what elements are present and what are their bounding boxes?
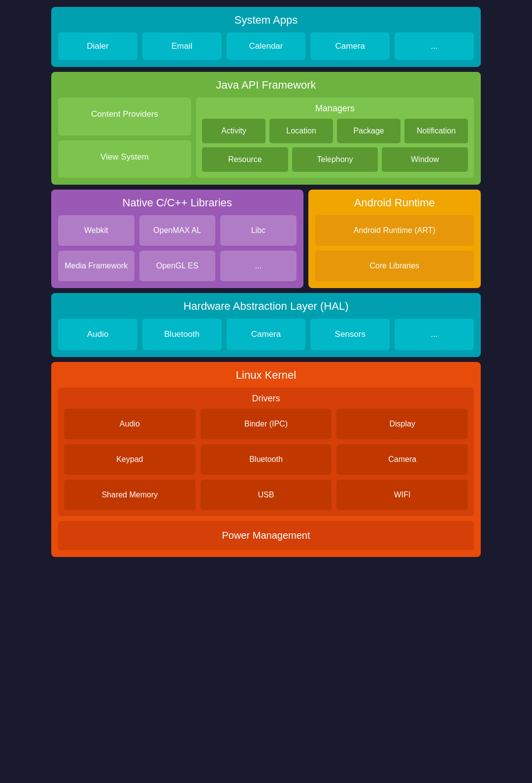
app-camera: Camera	[310, 33, 390, 60]
manager-window: Window	[382, 147, 468, 172]
native-opengl: OpenGL ES	[139, 251, 216, 281]
driver-camera: Camera	[336, 444, 468, 475]
app-calendar: Calendar	[227, 33, 306, 60]
android-architecture-diagram: System Apps Dialer Email Calendar Camera…	[44, 0, 488, 564]
app-dialer: Dialer	[58, 33, 137, 60]
managers-container: Managers Activity Location Package Notif…	[196, 98, 474, 178]
hal-more: ...	[395, 319, 474, 350]
native-more: ...	[220, 251, 297, 281]
runtime-art: Android Runtime (ART)	[315, 215, 474, 246]
manager-telephony: Telephony	[292, 147, 378, 172]
app-email: Email	[142, 33, 222, 60]
driver-wifi: WIFI	[336, 480, 468, 510]
system-apps-title: System Apps	[58, 14, 474, 27]
runtime-core-libs: Core Libraries	[315, 251, 474, 281]
java-api-left: Content Providers View System	[58, 98, 191, 178]
java-api-layer: Java API Framework Content Providers Vie…	[51, 72, 481, 185]
apps-row: Dialer Email Calendar Camera ...	[58, 33, 474, 60]
driver-display: Display	[336, 409, 468, 439]
native-grid: Webkit OpenMAX AL Libc Media Framework O…	[58, 215, 297, 281]
hal-layer: Hardware Abstraction Layer (HAL) Audio B…	[51, 293, 481, 357]
driver-binder: Binder (IPC)	[200, 409, 332, 439]
drivers-container: Drivers Audio Binder (IPC) Display Keypa…	[58, 388, 474, 516]
hal-camera: Camera	[227, 319, 306, 350]
native-media: Media Framework	[58, 251, 134, 281]
driver-usb: USB	[200, 480, 332, 510]
manager-package: Package	[337, 119, 400, 143]
driver-keypad: Keypad	[64, 444, 196, 475]
java-api-title: Java API Framework	[58, 79, 474, 92]
linux-kernel-layer: Linux Kernel Drivers Audio Binder (IPC) …	[51, 362, 481, 557]
native-title: Native C/C++ Libraries	[58, 196, 297, 209]
middle-row: Native C/C++ Libraries Webkit OpenMAX AL…	[51, 190, 481, 288]
manager-location: Location	[269, 119, 333, 143]
power-management: Power Management	[58, 521, 474, 550]
native-webkit: Webkit	[58, 215, 134, 246]
hal-bluetooth: Bluetooth	[142, 319, 222, 350]
managers-title: Managers	[202, 103, 468, 114]
android-runtime-title: Android Runtime	[315, 196, 474, 209]
drivers-grid: Audio Binder (IPC) Display Keypad Blueto…	[64, 409, 468, 510]
view-system-box: View System	[58, 140, 191, 178]
hal-sensors: Sensors	[310, 319, 390, 350]
managers-row-2: Resource Telephony Window	[202, 147, 468, 172]
native-layer: Native C/C++ Libraries Webkit OpenMAX AL…	[51, 190, 303, 288]
java-api-content: Content Providers View System Managers A…	[58, 98, 474, 178]
android-runtime-layer: Android Runtime Android Runtime (ART) Co…	[308, 190, 481, 288]
runtime-grid: Android Runtime (ART) Core Libraries	[315, 215, 474, 281]
app-more: ...	[395, 33, 474, 60]
content-providers-box: Content Providers	[58, 98, 191, 135]
manager-resource: Resource	[202, 147, 288, 172]
manager-activity: Activity	[202, 119, 266, 143]
hal-row: Audio Bluetooth Camera Sensors ...	[58, 319, 474, 350]
drivers-title: Drivers	[64, 393, 468, 404]
managers-row-1: Activity Location Package Notification	[202, 119, 468, 143]
driver-shared-memory: Shared Memory	[64, 480, 196, 510]
managers-grid: Activity Location Package Notification R…	[202, 119, 468, 172]
system-apps-layer: System Apps Dialer Email Calendar Camera…	[51, 7, 481, 67]
native-libc: Libc	[220, 215, 297, 246]
native-openmax: OpenMAX AL	[139, 215, 216, 246]
driver-bluetooth: Bluetooth	[200, 444, 332, 475]
manager-notification: Notification	[404, 119, 468, 143]
driver-audio: Audio	[64, 409, 196, 439]
linux-kernel-title: Linux Kernel	[58, 369, 474, 382]
hal-title: Hardware Abstraction Layer (HAL)	[58, 300, 474, 313]
hal-audio: Audio	[58, 319, 137, 350]
